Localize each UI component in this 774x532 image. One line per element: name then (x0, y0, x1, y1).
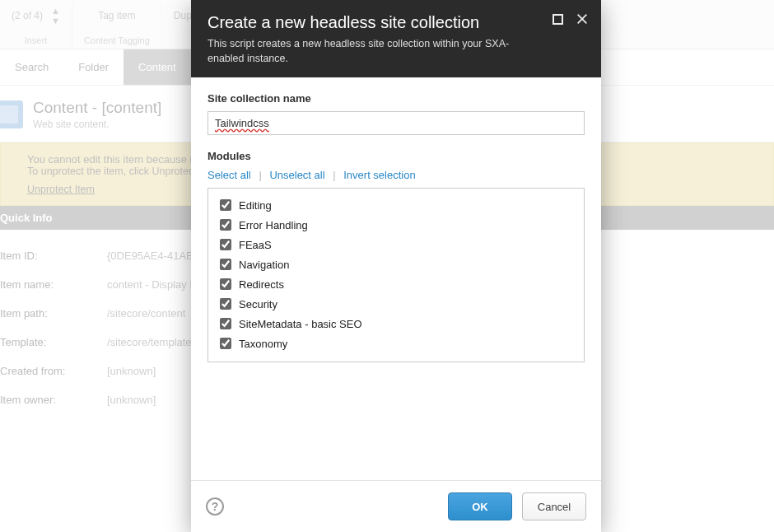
module-checkbox[interactable] (220, 298, 231, 310)
module-label: Editing (239, 199, 272, 212)
module-selection-links: Select all | Unselect all | Invert selec… (207, 169, 585, 181)
module-label: Error Handling (239, 219, 308, 231)
name-input-value: Tailwindcss (215, 117, 269, 129)
unprotect-link[interactable]: Unprotect Item (27, 184, 95, 195)
create-site-collection-dialog: Create a new headless site collection Th… (191, 0, 601, 532)
ribbon-group-insert: Insert (25, 35, 48, 45)
content-icon (0, 100, 23, 128)
tab-search[interactable]: Search (0, 49, 63, 85)
module-item[interactable]: Editing (217, 195, 576, 215)
module-label: SiteMetadata - basic SEO (239, 318, 362, 330)
module-label: Navigation (239, 259, 289, 271)
module-checkbox[interactable] (220, 338, 231, 349)
tag-item-button[interactable]: Tag item (98, 10, 135, 21)
name-label: Site collection name (207, 92, 585, 105)
module-item[interactable]: Redirects (217, 274, 576, 294)
module-checkbox[interactable] (220, 239, 231, 250)
field-key: Created from: (0, 365, 107, 377)
modules-list: Editing Error Handling FEaaS Navigation … (207, 188, 585, 362)
page-title: Content - [content] (33, 99, 161, 117)
ribbon-pager[interactable]: (2 of 4) (12, 10, 43, 21)
field-key: Template: (0, 336, 107, 348)
module-checkbox[interactable] (220, 278, 231, 290)
select-all-link[interactable]: Select all (207, 169, 251, 181)
ok-button[interactable]: OK (448, 492, 512, 520)
page-subtitle: Web site content. (33, 119, 161, 130)
dialog-footer: ? OK Cancel (191, 480, 601, 532)
dialog-body: Site collection name Tailwindcss Modules… (191, 77, 601, 480)
module-item[interactable]: Navigation (217, 254, 576, 274)
dialog-title: Create a new headless site collection (207, 13, 519, 32)
maximize-button[interactable] (550, 12, 565, 26)
help-button[interactable]: ? (206, 497, 224, 516)
field-key: Item name: (0, 278, 107, 291)
close-button[interactable] (575, 12, 590, 26)
field-value: [unknown] (107, 394, 156, 406)
module-label: Security (239, 298, 277, 310)
tab-content[interactable]: Content (124, 49, 191, 85)
invert-selection-link[interactable]: Invert selection (343, 169, 415, 181)
module-label: Taxonomy (239, 338, 287, 350)
module-checkbox[interactable] (220, 318, 231, 329)
module-label: FEaaS (239, 239, 272, 251)
field-key: Item path: (0, 307, 107, 320)
dialog-header: Create a new headless site collection Th… (191, 0, 601, 77)
module-item[interactable]: Taxonomy (217, 334, 576, 353)
close-icon (576, 12, 589, 26)
site-collection-name-input[interactable]: Tailwindcss (207, 111, 585, 135)
module-item[interactable]: SiteMetadata - basic SEO (217, 314, 576, 334)
field-key: Item ID: (0, 250, 107, 262)
modules-label: Modules (207, 150, 585, 162)
module-item[interactable]: Error Handling (217, 215, 576, 235)
dialog-description: This script creates a new headless site … (207, 37, 537, 66)
module-label: Redirects (239, 278, 284, 291)
ribbon-group-tagging: Content Tagging (84, 35, 150, 45)
field-value: /sitecore/content (107, 307, 185, 320)
field-value: [unknown] (107, 365, 156, 377)
tab-folder[interactable]: Folder (63, 49, 124, 85)
module-checkbox[interactable] (220, 219, 231, 231)
maximize-icon (553, 14, 563, 25)
unselect-all-link[interactable]: Unselect all (269, 169, 324, 181)
module-item[interactable]: FEaaS (217, 235, 576, 254)
field-key: Item owner: (0, 394, 107, 406)
module-item[interactable]: Security (217, 294, 576, 314)
cancel-button[interactable]: Cancel (522, 492, 586, 520)
module-checkbox[interactable] (220, 199, 231, 211)
help-icon: ? (212, 500, 219, 513)
module-checkbox[interactable] (220, 259, 231, 270)
